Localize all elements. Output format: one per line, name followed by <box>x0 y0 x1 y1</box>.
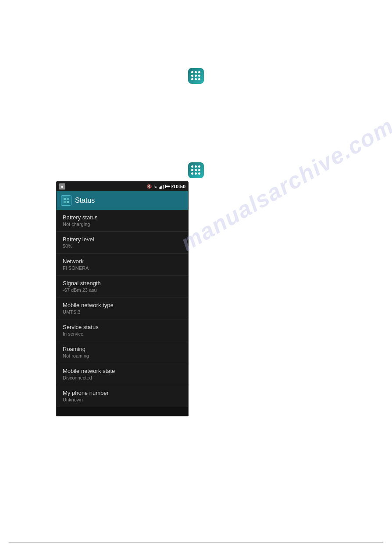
top-icon-container <box>0 68 392 84</box>
dot <box>195 78 197 80</box>
status-item-value: Not charging <box>63 222 182 227</box>
status-item-label: Mobile network state <box>63 368 182 374</box>
dot <box>195 71 197 73</box>
svg-rect-3 <box>67 201 69 203</box>
status-list-item: Mobile network stateDisconnected <box>57 363 188 385</box>
status-item-label: Battery status <box>63 214 182 221</box>
dot <box>195 172 197 175</box>
dot <box>191 165 193 168</box>
status-bar-time: 10:50 <box>173 184 185 189</box>
dot <box>198 71 200 73</box>
screen-title: Status <box>75 197 95 204</box>
status-item-value: 50% <box>63 243 182 249</box>
status-item-value: Not roaming <box>63 353 182 358</box>
status-item-value: In service <box>63 331 182 337</box>
status-item-label: Roaming <box>63 346 182 352</box>
dot <box>191 75 193 77</box>
app-title-bar: Status <box>57 191 188 210</box>
status-list-item: NetworkFI SONERA <box>57 254 188 276</box>
status-list-item: Service statusIn service <box>57 319 188 341</box>
status-app-icon <box>61 195 71 206</box>
status-item-label: Battery level <box>63 236 182 243</box>
svg-rect-0 <box>64 198 66 200</box>
status-item-label: Network <box>63 258 182 265</box>
dot <box>198 169 200 171</box>
signal-strength-icon <box>159 185 164 189</box>
dot <box>191 172 193 175</box>
dot <box>198 172 200 175</box>
wifi-icon: ∿ <box>153 184 157 189</box>
status-bar-right: 🔇 ∿ 10:50 <box>147 184 185 189</box>
dot <box>191 169 193 171</box>
dot <box>195 169 197 171</box>
battery-fill <box>166 186 170 187</box>
dot <box>191 78 193 80</box>
status-item-label: My phone number <box>63 390 182 396</box>
status-item-value: UMTS:3 <box>63 309 182 315</box>
status-list-item: Signal strength-67 dBm 23 asu <box>57 276 188 297</box>
svg-rect-2 <box>64 201 66 203</box>
status-list: Battery statusNot chargingBattery level5… <box>57 210 188 407</box>
mute-icon: 🔇 <box>147 184 152 189</box>
status-item-label: Service status <box>63 324 182 330</box>
dot <box>198 78 200 80</box>
status-list-item: Battery statusNot charging <box>57 210 188 232</box>
second-app-icon[interactable] <box>188 162 204 178</box>
dot <box>195 75 197 77</box>
svg-rect-1 <box>67 198 69 200</box>
status-item-label: Mobile network type <box>63 302 182 308</box>
dot <box>195 165 197 168</box>
dots-grid-top <box>191 71 201 81</box>
status-item-value: FI SONERA <box>63 265 182 271</box>
status-item-value: Unknown <box>63 397 182 402</box>
watermark: manualsarchive.com <box>176 112 392 256</box>
battery-icon <box>165 185 171 188</box>
dots-grid-second <box>191 165 201 175</box>
top-app-icon[interactable] <box>188 68 204 84</box>
status-bar-left: ■ <box>59 183 65 190</box>
bottom-divider <box>9 542 383 543</box>
status-item-value: Disconnected <box>63 375 182 380</box>
status-icon-svg <box>63 197 69 204</box>
dot <box>198 75 200 77</box>
status-list-item: Battery level50% <box>57 232 188 254</box>
second-icon-container <box>0 162 392 178</box>
phone-screen: ■ 🔇 ∿ 10:50 <box>56 181 189 416</box>
status-bar: ■ 🔇 ∿ 10:50 <box>57 182 188 191</box>
status-item-label: Signal strength <box>63 280 182 286</box>
dot <box>191 71 193 73</box>
status-list-item: My phone numberUnknown <box>57 385 188 407</box>
status-item-value: -67 dBm 23 asu <box>63 287 182 293</box>
dot <box>198 165 200 168</box>
gallery-notification-icon: ■ <box>59 183 65 190</box>
status-list-item: Mobile network typeUMTS:3 <box>57 297 188 319</box>
status-list-item: RoamingNot roaming <box>57 341 188 363</box>
